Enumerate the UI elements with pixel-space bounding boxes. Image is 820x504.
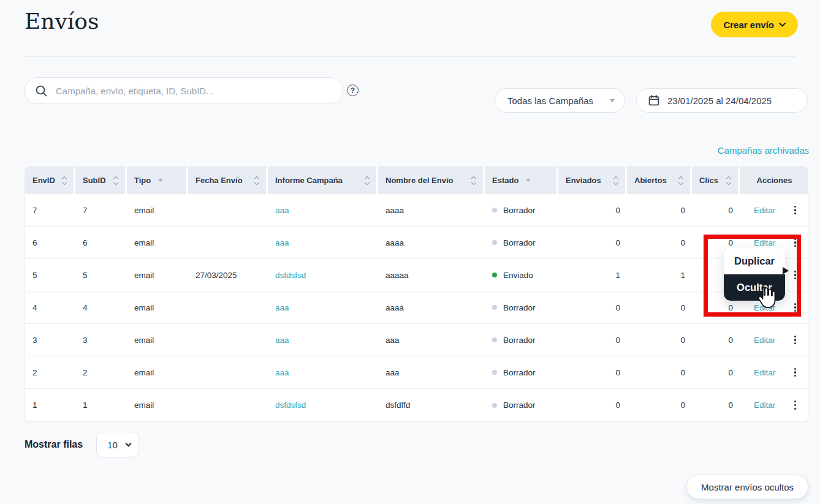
editar-link[interactable]: Editar [754,206,775,215]
cell-enviados: 1 [558,259,627,291]
column-label: Abiertos [634,176,667,185]
cell-envid: 1 [25,389,75,421]
menu-item-duplicar[interactable]: Duplicar [724,247,785,274]
column-header-tipo[interactable]: Tipo [127,167,188,194]
envios-page: Envíos Crear envío ? Todas las Campañas … [0,0,820,504]
informe-campana-link[interactable]: aaa [268,356,378,388]
cell-fecha-envio [188,356,268,388]
editar-link[interactable]: Editar [754,336,775,345]
cell-estado: Borrador [485,324,558,356]
informe-campana-link[interactable]: aaa [268,194,378,226]
menu-anchor-arrow-icon [783,267,789,274]
cell-enviados: 0 [558,356,627,388]
column-header-enviados[interactable]: Enviados [558,167,627,194]
status-dot [492,337,497,342]
status-label: Borrador [503,303,536,312]
informe-campana-link[interactable]: aaa [268,227,378,258]
cell-estado: Borrador [485,389,558,421]
create-envio-label: Crear envío [723,20,774,30]
kebab-menu-icon[interactable] [792,333,798,347]
column-label: Estado [492,176,518,185]
kebab-menu-icon[interactable] [792,366,798,380]
cell-abiertos: 0 [627,389,692,421]
informe-campana-link[interactable]: aaa [268,291,378,323]
status-label: Borrador [503,401,536,410]
cell-acciones: Editar [740,389,808,421]
header-divider [25,56,795,57]
cell-estado: Borrador [485,227,558,258]
caret-down-icon [610,99,615,102]
column-header-estado[interactable]: Estado [485,167,558,194]
status-dot [492,208,497,213]
column-header-informe-campana[interactable]: Informe Campaña [268,167,378,194]
cell-envid: 3 [25,324,75,356]
cell-tipo: email [127,356,188,388]
show-hidden-envios-button[interactable]: Mostrar envíos ocultos [686,475,808,499]
menu-item-ocultar[interactable]: Ocultar [724,274,785,301]
column-header-nombre-envio[interactable]: Nombre del Envío [378,167,485,194]
help-icon[interactable]: ? [347,85,359,96]
editar-link[interactable]: Editar [754,238,775,247]
campaign-filter-select[interactable]: Todas las Campañas [495,88,625,113]
cell-fecha-envio [188,389,268,421]
column-header-subid[interactable]: SubID [75,167,127,194]
status-dot [492,403,497,408]
search-input[interactable] [25,77,343,104]
cell-clics: 0 [692,324,740,356]
cell-nombre-envio: aaaa [378,291,485,323]
column-header-abiertos[interactable]: Abiertos [627,167,692,194]
editar-link[interactable]: Editar [754,303,775,312]
envios-table: EnvID SubID Tipo Fecha Envío Informe Cam… [25,166,808,422]
cell-envid: 4 [25,291,75,323]
cell-estado: Borrador [485,194,558,226]
kebab-menu-icon[interactable] [792,301,798,315]
cell-subid: 7 [75,194,127,226]
column-label: Clics [699,176,718,185]
cell-clics: 0 [692,356,740,388]
table-row: 5 5 email 27/03/2025 dsfdsfsd aaaaa Envi… [25,259,808,291]
status-label: Enviado [503,271,533,280]
column-header-envid[interactable]: EnvID [25,167,75,194]
select-chevron-icon [126,441,132,447]
editar-link[interactable]: Editar [754,368,775,377]
date-range-value: 23/01/2025 al 24/04/2025 [667,96,772,106]
cell-nombre-envio: aaa [378,356,485,388]
informe-campana-link[interactable]: dsfdsfsd [268,259,378,291]
column-header-clics[interactable]: Clics [692,167,740,194]
informe-campana-link[interactable]: dsfdsfsd [268,389,378,421]
kebab-menu-icon[interactable] [792,236,798,250]
sort-icon[interactable] [255,177,260,184]
archived-campaigns-link[interactable]: Campañas archivadas [718,145,809,156]
sort-icon[interactable] [727,177,732,184]
cell-abiertos: 0 [627,356,692,388]
column-header-fecha-envio[interactable]: Fecha Envío [188,167,268,194]
date-range-picker[interactable]: 23/01/2025 al 24/04/2025 [636,88,808,113]
table-row: 1 1 email dsfdsfsd dsfdffd Borrador 0 0 … [25,389,808,421]
cell-tipo: email [127,227,188,258]
editar-link[interactable]: Editar [754,401,775,410]
sort-icon[interactable] [614,177,619,184]
kebab-menu-icon[interactable] [792,398,798,412]
cell-subid: 5 [75,259,127,291]
sort-icon[interactable] [679,177,684,184]
cell-enviados: 0 [558,194,627,226]
column-label: Tipo [134,176,151,185]
cell-fecha-envio [188,194,268,226]
cell-fecha-envio [188,227,268,258]
status-dot [492,305,497,310]
sort-icon[interactable] [114,177,119,184]
cell-clics: 0 [692,389,740,421]
create-envio-button[interactable]: Crear envío [711,12,798,37]
sort-icon[interactable] [472,177,477,184]
sort-icon[interactable] [63,177,67,184]
page-title: Envíos [25,9,99,34]
kebab-menu-icon[interactable] [792,268,798,282]
sort-icon[interactable] [365,177,370,184]
kebab-menu-icon[interactable] [792,203,798,217]
cell-fecha-envio: 27/03/2025 [188,259,268,291]
status-label: Borrador [503,206,536,215]
filter-icon[interactable] [158,179,163,182]
informe-campana-link[interactable]: aaa [268,324,378,356]
rows-per-page-select[interactable]: 10 [96,432,139,457]
filter-icon[interactable] [526,179,531,182]
